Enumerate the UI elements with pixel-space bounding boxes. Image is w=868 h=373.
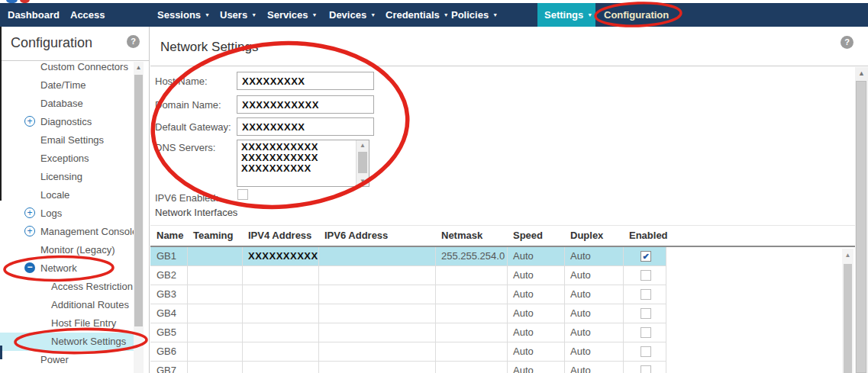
scroll-up-icon[interactable]: ▲ bbox=[855, 69, 868, 79]
scroll-up-icon[interactable]: ▲ bbox=[842, 251, 853, 260]
table-scrollbar-thumb[interactable] bbox=[844, 264, 852, 373]
sidebar-item-licensing[interactable]: Licensing bbox=[0, 168, 134, 186]
nav-configuration[interactable]: Configuration bbox=[604, 3, 669, 27]
col-header-ipv4: IPV4 Address bbox=[248, 226, 311, 246]
nav-access[interactable]: Access bbox=[70, 3, 105, 27]
ipv6-enabled-label: IPV6 Enabled: bbox=[155, 192, 218, 204]
sidebar-item-additional-routes[interactable]: Additional Routes bbox=[0, 296, 134, 314]
enabled-checkbox[interactable] bbox=[641, 289, 651, 300]
sidebar-item-monitor-legacy[interactable]: Monitor (Legacy) bbox=[0, 241, 134, 259]
configuration-sidebar: Configuration ? Custom Connectors Date/T… bbox=[0, 27, 150, 373]
nav-dashboard[interactable]: Dashboard bbox=[8, 3, 60, 27]
table-row-gb2[interactable]: GB2 Auto Auto bbox=[150, 266, 666, 285]
sidebar-item-network[interactable]: −Network bbox=[0, 259, 134, 278]
divider bbox=[150, 66, 868, 66]
col-header-enabled: Enabled bbox=[629, 226, 668, 246]
textarea-scrollbar-thumb[interactable] bbox=[358, 152, 367, 173]
nav-policies[interactable]: Policies▼ bbox=[451, 3, 498, 27]
chevron-down-icon: ▼ bbox=[205, 3, 210, 27]
enabled-checkbox[interactable] bbox=[641, 327, 651, 338]
enabled-checkbox[interactable] bbox=[641, 270, 651, 281]
default-gateway-label: Default Gateway: bbox=[155, 121, 231, 133]
collapse-icon[interactable]: − bbox=[24, 262, 35, 273]
sidebar-item-access-restriction[interactable]: Access Restriction bbox=[0, 278, 134, 296]
dns-server-value: XXXXXXXXXX bbox=[241, 163, 355, 174]
default-gateway-input[interactable] bbox=[237, 117, 374, 136]
scroll-down-icon[interactable]: ▼ bbox=[357, 176, 369, 186]
help-icon[interactable]: ? bbox=[841, 36, 853, 49]
sidebar-item-host-file-entry[interactable]: Host File Entry bbox=[0, 314, 134, 333]
col-header-teaming: Teaming bbox=[193, 226, 234, 246]
help-icon[interactable]: ? bbox=[127, 35, 140, 48]
col-header-ipv6: IPV6 Address bbox=[324, 226, 388, 246]
nav-services[interactable]: Services▼ bbox=[267, 3, 317, 27]
sidebar-item-power[interactable]: Power bbox=[0, 351, 134, 369]
enabled-checkbox[interactable] bbox=[641, 308, 651, 319]
sidebar-scrollbar-thumb[interactable] bbox=[134, 75, 143, 326]
sidebar-item-network-settings[interactable]: Network Settings bbox=[0, 333, 134, 351]
sidebar-item-management-console[interactable]: +Management Console bbox=[0, 223, 134, 241]
chevron-down-icon: ▼ bbox=[492, 3, 498, 27]
sidebar-item-date-time[interactable]: Date/Time bbox=[0, 76, 134, 95]
page-scrollbar-thumb[interactable] bbox=[856, 81, 866, 373]
domain-name-input[interactable] bbox=[237, 95, 374, 114]
check-icon: ✔ bbox=[642, 252, 649, 261]
network-interfaces-label: Network Interfaces bbox=[155, 207, 237, 218]
nav-users[interactable]: Users▼ bbox=[220, 3, 257, 27]
ipv6-enabled-checkbox[interactable] bbox=[237, 189, 248, 200]
top-navbar: Dashboard Access Sessions▼ Users▼ Servic… bbox=[0, 3, 868, 27]
enabled-checkbox[interactable] bbox=[641, 346, 651, 357]
sidebar-item-locale[interactable]: Locale bbox=[0, 186, 134, 204]
col-header-netmask: Netmask bbox=[441, 226, 482, 246]
scroll-up-icon[interactable]: ▲ bbox=[134, 63, 144, 72]
col-header-name: Name bbox=[156, 226, 183, 246]
textarea-scrollbar[interactable]: ▲ ▼ bbox=[356, 140, 369, 186]
chevron-down-icon: ▼ bbox=[444, 3, 449, 27]
nav-settings[interactable]: Settings▼ bbox=[544, 3, 592, 27]
enabled-checkbox[interactable] bbox=[641, 365, 651, 373]
chevron-down-icon: ▼ bbox=[587, 3, 592, 27]
domain-name-label: Domain Name: bbox=[155, 99, 221, 111]
dns-server-value: XXXXXXXXXXX bbox=[241, 142, 355, 153]
table-scrollbar[interactable]: ▲ bbox=[842, 249, 853, 373]
sidebar-item-exceptions[interactable]: Exceptions bbox=[0, 150, 134, 168]
chevron-down-icon: ▼ bbox=[312, 3, 318, 27]
expand-icon[interactable]: + bbox=[24, 116, 35, 127]
chevron-down-icon: ▼ bbox=[251, 3, 257, 27]
sidebar-item-email-settings[interactable]: Email Settings bbox=[0, 131, 134, 150]
table-row-gb7[interactable]: GB7 Auto Auto bbox=[150, 362, 666, 373]
sidebar-title: Configuration bbox=[11, 35, 92, 51]
table-row-gb3[interactable]: GB3 Auto Auto bbox=[150, 285, 666, 304]
page-title: Network Settings bbox=[160, 40, 259, 55]
table-row-gb4[interactable]: GB4 Auto Auto bbox=[150, 304, 666, 323]
table-header-row: Name Teaming IPV4 Address IPV6 Address N… bbox=[150, 226, 855, 247]
dns-servers-label: DNS Servers: bbox=[155, 142, 215, 153]
table-row-gb5[interactable]: GB5 Auto Auto bbox=[150, 323, 666, 342]
sidebar-menu: Custom Connectors Date/Time Database +Di… bbox=[0, 62, 134, 373]
dns-servers-textarea[interactable]: XXXXXXXXXXX XXXXXXXXXXX XXXXXXXXXX ▲ ▼ bbox=[237, 140, 369, 187]
sidebar-item-diagnostics[interactable]: +Diagnostics bbox=[0, 113, 134, 131]
host-name-input[interactable] bbox=[237, 72, 374, 90]
sidebar-item-logs[interactable]: +Logs bbox=[0, 204, 134, 223]
expand-icon[interactable]: + bbox=[24, 226, 35, 236]
page-scrollbar[interactable]: ▲ bbox=[855, 67, 868, 373]
table-row-gb6[interactable]: GB6 Auto Auto bbox=[150, 342, 666, 362]
redacted-ipv4-value: XXXXXXXXXX bbox=[248, 247, 318, 265]
nav-credentials[interactable]: Credentials▼ bbox=[386, 3, 449, 27]
dns-server-value: XXXXXXXXXXX bbox=[241, 153, 355, 163]
col-header-duplex: Duplex bbox=[570, 226, 603, 246]
window-top-strip bbox=[0, 0, 868, 3]
nav-devices[interactable]: Devices▼ bbox=[329, 3, 376, 27]
expand-icon[interactable]: + bbox=[24, 207, 35, 218]
sidebar-header: Configuration ? bbox=[0, 27, 149, 61]
nav-sessions[interactable]: Sessions▼ bbox=[157, 3, 210, 27]
scroll-up-icon[interactable]: ▲ bbox=[357, 140, 369, 150]
window-edge-line bbox=[0, 27, 2, 201]
sidebar-item-database[interactable]: Database bbox=[0, 95, 134, 113]
sidebar-item-custom-connectors[interactable]: Custom Connectors bbox=[0, 62, 134, 76]
enabled-checkbox[interactable]: ✔ bbox=[641, 251, 651, 262]
sidebar-scrollbar[interactable]: ▲ bbox=[134, 62, 144, 373]
nav-settings-active-tab[interactable]: Settings▼ bbox=[537, 3, 595, 27]
table-row-gb1[interactable]: GB1 XXXXXXXXXX 255.255.254.0 Auto Auto ✔ bbox=[150, 247, 666, 266]
col-header-speed: Speed bbox=[513, 226, 543, 246]
